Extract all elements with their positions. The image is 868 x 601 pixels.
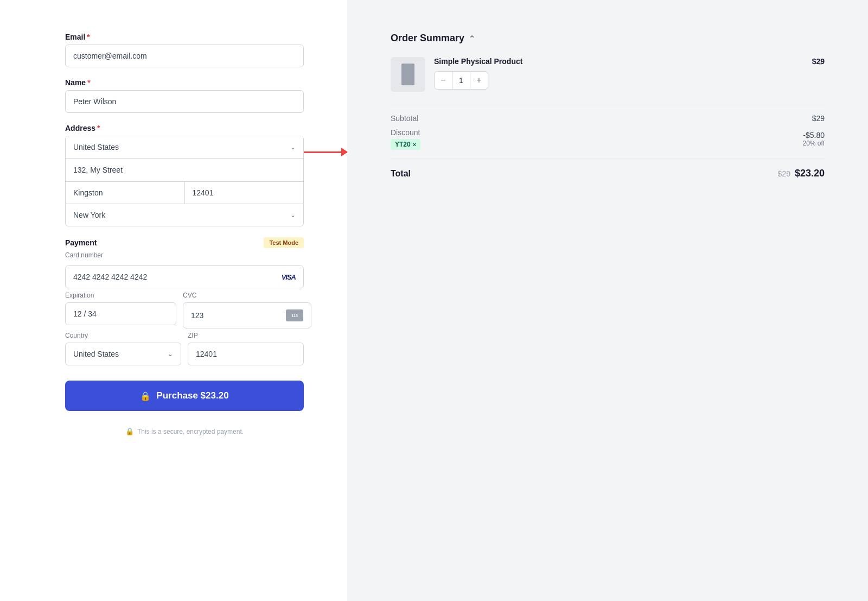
name-label: Name*	[65, 78, 304, 87]
billing-country-dropdown[interactable]: United States Canada	[73, 350, 168, 358]
discount-code-tag: YT20 ×	[391, 139, 420, 150]
checkout-form: Email* Name* Address* United States Cana…	[0, 0, 347, 601]
arrow-line	[304, 151, 347, 153]
order-summary-panel: Order Summary ⌃ Simple Physical Product …	[347, 0, 868, 601]
email-group: Email*	[65, 33, 304, 67]
country-select-row[interactable]: United States Canada United Kingdom ⌄	[66, 136, 303, 159]
discount-right: -$5.80 20% off	[803, 131, 825, 147]
billing-zip-group: ZIP	[188, 332, 304, 365]
order-summary-chevron-icon[interactable]: ⌃	[469, 34, 475, 43]
email-field[interactable]	[65, 45, 304, 67]
product-name: Simple Physical Product	[434, 57, 803, 66]
discount-row: Discount YT20 × -$5.80 20% off	[391, 128, 825, 150]
payment-label: Payment	[65, 238, 97, 247]
expiration-label: Expiration	[65, 292, 176, 299]
purchase-button[interactable]: 🔒 Purchase $23.20	[65, 381, 304, 411]
card-number-label: Card number	[65, 251, 304, 259]
discount-percent: 20% off	[803, 140, 825, 147]
billing-zip-label: ZIP	[188, 332, 304, 339]
divider	[391, 105, 825, 105]
cvc-wrapper	[183, 302, 311, 328]
billing-country-label: Country	[65, 332, 181, 339]
product-info: Simple Physical Product − 1 +	[434, 57, 803, 90]
address-box: United States Canada United Kingdom ⌄ Ne…	[65, 136, 304, 226]
billing-zip-wrapper	[188, 343, 304, 365]
city-field[interactable]	[66, 182, 185, 204]
secure-text: 🔒 This is a secure, encrypted payment.	[65, 427, 304, 435]
discount-amount: -$5.80	[803, 131, 825, 140]
card-number-group: Card number VISA	[65, 251, 304, 288]
remove-product-button[interactable]: ×	[816, 57, 825, 70]
quantity-decrease-button[interactable]: −	[435, 72, 452, 89]
cvc-card-icon	[286, 309, 303, 321]
order-summary-header: Order Summary ⌃	[391, 33, 825, 44]
subtotal-row: Subtotal $29	[391, 114, 825, 123]
total-prices: $29 $23.20	[778, 168, 825, 179]
discount-label: Discount	[391, 128, 420, 137]
billing-country-chevron-icon: ⌄	[168, 350, 173, 358]
billing-zip-field[interactable]	[196, 350, 296, 358]
final-price: $23.20	[795, 168, 825, 179]
state-dropdown[interactable]: New York California Texas	[73, 211, 290, 219]
quantity-value: 1	[452, 72, 470, 89]
cvc-field[interactable]	[191, 311, 286, 320]
country-chevron-icon: ⌄	[290, 143, 296, 151]
expiration-field[interactable]	[73, 309, 168, 318]
address-group: Address* United States Canada United Kin…	[65, 124, 304, 226]
email-label: Email*	[65, 33, 304, 41]
address-label: Address*	[65, 124, 304, 132]
remove-discount-button[interactable]: ×	[413, 141, 416, 148]
discount-section: Discount YT20 ×	[391, 128, 420, 150]
total-row: Total $29 $23.20	[391, 168, 825, 179]
quantity-increase-button[interactable]: +	[470, 72, 488, 89]
product-img-placeholder	[401, 64, 414, 85]
expiration-wrapper	[65, 302, 176, 325]
visa-icon: VISA	[282, 273, 296, 281]
original-price: $29	[778, 169, 790, 178]
lock-icon: 🔒	[140, 391, 151, 401]
product-image	[391, 57, 425, 92]
shield-icon: 🔒	[125, 427, 134, 435]
order-summary-title: Order Summary	[391, 33, 464, 44]
billing-country-group: Country United States Canada ⌄	[65, 332, 181, 365]
payment-header: Payment Test Mode	[65, 237, 304, 248]
name-group: Name*	[65, 78, 304, 113]
name-field[interactable]	[65, 90, 304, 113]
exp-cvc-row: Expiration CVC	[65, 292, 304, 328]
discount-code: YT20	[395, 141, 411, 148]
card-number-field[interactable]	[73, 273, 282, 281]
discount-arrow	[304, 144, 347, 160]
expiration-group: Expiration	[65, 292, 176, 328]
address-required-asterisk: *	[97, 124, 100, 132]
total-divider	[391, 159, 825, 159]
name-required-asterisk: *	[87, 78, 90, 87]
quantity-control: − 1 +	[434, 71, 488, 90]
product-row: Simple Physical Product − 1 + $29 ×	[391, 57, 825, 92]
state-select-row[interactable]: New York California Texas ⌄	[66, 204, 303, 226]
email-required-asterisk: *	[87, 33, 90, 41]
subtotal-label: Subtotal	[391, 114, 418, 123]
cvc-group: CVC	[183, 292, 311, 328]
test-mode-badge: Test Mode	[264, 237, 304, 248]
state-chevron-icon: ⌄	[290, 211, 296, 219]
subtotal-value: $29	[812, 114, 825, 123]
country-dropdown[interactable]: United States Canada United Kingdom	[73, 143, 290, 151]
billing-country-wrapper[interactable]: United States Canada ⌄	[65, 343, 181, 365]
city-zip-row	[66, 182, 303, 204]
street-field[interactable]	[73, 166, 296, 174]
zip-field[interactable]	[185, 182, 304, 204]
country-zip-row: Country United States Canada ⌄ ZIP	[65, 332, 304, 365]
cvc-label: CVC	[183, 292, 311, 299]
payment-group: Payment Test Mode Card number VISA Expir…	[65, 237, 304, 365]
purchase-button-label: Purchase $23.20	[156, 390, 228, 401]
total-label: Total	[391, 169, 411, 179]
card-number-wrapper: VISA	[65, 265, 304, 288]
street-row	[66, 159, 303, 182]
